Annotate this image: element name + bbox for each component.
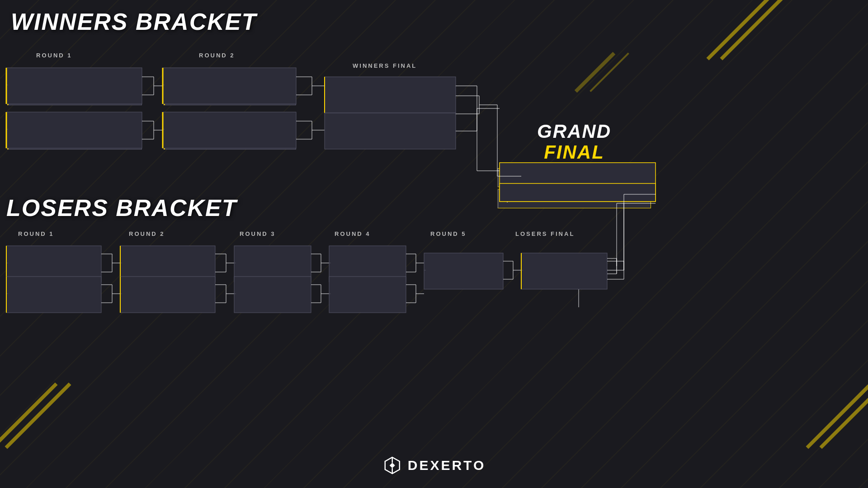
wb-r2-m2-team1-name: ROKKR <box>181 118 287 126</box>
lb-r2-m2-team1: ✦ ROYAL RAVENS - <box>121 277 215 293</box>
wb-r2-m1-team1-score: - <box>290 74 292 81</box>
lb-r4-m2: - - <box>330 277 406 310</box>
lb-r2-m1-team1-name: SURGE <box>139 251 206 258</box>
lb-r5-team2: - <box>425 272 503 287</box>
lb-r3-m2-team2: - <box>235 295 311 310</box>
lb-r3-m1-team1-score: - <box>305 251 307 258</box>
wb-r1-m1-team2-score: - <box>136 93 138 101</box>
lb-round4-label: ROUND 4 <box>335 230 371 237</box>
lb-r3-m2-team1: - <box>235 277 311 293</box>
lb-round3-label: ROUND 3 <box>240 230 276 237</box>
grand-final-section: GRAND FINAL | - | - <box>497 121 651 208</box>
wb-round2-label: ROUND 2 <box>199 52 235 59</box>
lb-r4-m1-team1: - <box>330 247 406 262</box>
lb-r1-m1-team2-name: MUTINEERS <box>25 269 92 276</box>
lb-losers-final-label: LOSERS FINAL <box>515 230 575 237</box>
lb-r3-m1-team1: - <box>235 247 311 262</box>
wb-r1-m2-team2-name: EMPIRE <box>25 137 133 145</box>
gf-team1-score: - <box>645 174 647 182</box>
gf-team1-icon: | <box>502 174 512 182</box>
lb-r2-m1-team1: ≋ SURGE - <box>121 247 215 262</box>
lb-r3-m1-team2-score: - <box>305 268 307 276</box>
wb-r2-m1-team2-score: - <box>290 93 292 101</box>
svg-rect-30 <box>325 113 456 149</box>
dexerto-footer: DEXERTO <box>382 455 486 475</box>
thieves-icon: ⚡ <box>12 300 22 306</box>
wb-r1-m1: ⊘ OPTIC - ⊙ ULTRA - <box>7 69 142 105</box>
lb-r1-m2-team2-score: - <box>95 299 97 307</box>
wb-r1-m1-team2: ⊙ ULTRA - <box>7 88 142 105</box>
legion-icon: ⚔ <box>12 282 22 288</box>
wb-r2-m1-team1: ✕ FAZE - <box>164 69 296 86</box>
wb-r2-m1-team2: - <box>164 88 296 105</box>
lb-r2-m1-team2-score: - <box>209 268 211 276</box>
royal-ravens-icon: ✦ <box>126 282 136 288</box>
wb-wf-team2: - <box>326 97 456 114</box>
lb-r1-m1-team1-score: - <box>95 251 97 258</box>
lb-r5-team1: - <box>425 254 503 269</box>
lb-r1-m2: ⚔ LEGION - ⚡ THIEVES - <box>7 277 101 310</box>
optic-icon: ⊘ <box>12 73 22 82</box>
rokkr-icon: ⚡ <box>169 118 179 125</box>
mutineers-icon: ✺ <box>12 269 22 275</box>
lb-r2-m1: ≋ SURGE - - <box>121 247 215 280</box>
lb-round5-label: ROUND 5 <box>430 230 467 237</box>
lb-r2-m2-team2: - <box>121 295 215 310</box>
lb-r1-m2-team1: ⚔ LEGION - <box>7 277 101 293</box>
wb-winners-final: - - <box>326 78 456 114</box>
lb-r5: - - <box>425 254 503 287</box>
lb-r2-m1-team1-score: - <box>209 251 211 258</box>
lb-r4-m2-team1: - <box>330 277 406 293</box>
wb-wf-team2-score: - <box>449 102 452 110</box>
lb-r5-team2-score: - <box>497 276 499 283</box>
lb-losers-final: - - <box>522 254 607 287</box>
empire-icon: ⟁ <box>12 137 22 145</box>
wb-r2-m2: ⚡ ROKKR - - <box>164 113 296 150</box>
lb-r1-m1: ◎ GUERRILLAS - ✺ MUTINEERS - <box>7 247 101 280</box>
lb-r1-m1-team2-score: - <box>95 268 97 276</box>
gf-team1: | - <box>497 168 651 187</box>
wb-r2-m2-team2-score: - <box>290 137 292 145</box>
wb-round1-label: ROUND 1 <box>36 52 72 59</box>
lb-lf-team1: - <box>522 254 607 269</box>
grand-final-match: | - | - <box>497 168 651 208</box>
wb-r2-m2-team1-score: - <box>290 118 292 126</box>
wb-r1-m2: ⊛ SUBLINERS - ⟁ EMPIRE - <box>7 113 142 150</box>
wb-r1-m1-team1-name: OPTIC <box>25 74 133 81</box>
wb-wf-team1: - <box>326 78 456 95</box>
lb-r1-m2-team1-name: LEGION <box>25 282 92 289</box>
lb-r1-m2-team1-score: - <box>95 282 97 289</box>
lb-r4-m1-team2-score: - <box>400 268 402 276</box>
ultra-icon: ⊙ <box>12 93 22 101</box>
lb-r4-m2-team1-score: - <box>400 282 402 289</box>
winners-bracket-title: WINNERS BRACKET <box>11 8 257 35</box>
wb-r1-m2-team2-score: - <box>136 137 138 145</box>
wb-r2-m1-team1-name: FAZE <box>181 74 287 81</box>
lb-lf-team2: - <box>522 272 607 287</box>
lb-lf-team1-score: - <box>601 258 603 266</box>
wb-wf-team1-score: - <box>449 83 452 90</box>
lb-r1-m1-team1-name: GUERRILLAS <box>25 251 92 258</box>
lb-r3-m2-team2-score: - <box>305 299 307 307</box>
lb-r3-m2-team1-score: - <box>305 282 307 289</box>
grand-final-title: GRAND FINAL <box>497 121 651 163</box>
gf-team2-score: - <box>645 195 647 203</box>
lb-r4-m2-team2: - <box>330 295 406 310</box>
lb-r5-team1-score: - <box>497 258 499 266</box>
lb-lf-team2-score: - <box>601 276 603 283</box>
dexerto-brand: DEXERTO <box>408 458 486 473</box>
faze-icon: ✕ <box>169 74 179 81</box>
wb-r1-m2-team1-name: SUBLINERS <box>25 118 133 126</box>
wb-r2-m1: ✕ FAZE - - <box>164 69 296 105</box>
lb-r1-m2-team2-name: THIEVES <box>25 300 92 306</box>
wb-winners-final-label: WINNERS FINAL <box>353 62 417 69</box>
lb-round1-label: ROUND 1 <box>18 230 54 237</box>
wb-r2-m2-team2: - <box>164 132 296 150</box>
wb-r1-m2-team1-score: - <box>136 118 138 126</box>
lb-r3-m2: - - <box>235 277 311 310</box>
lb-r4-m2-team2-score: - <box>400 299 402 307</box>
lb-r2-m2: ✦ ROYAL RAVENS - - <box>121 277 215 310</box>
lb-r1-m1-team1: ◎ GUERRILLAS - <box>7 247 101 262</box>
lb-round2-label: ROUND 2 <box>129 230 165 237</box>
lb-r4-m1-team1-score: - <box>400 251 402 258</box>
